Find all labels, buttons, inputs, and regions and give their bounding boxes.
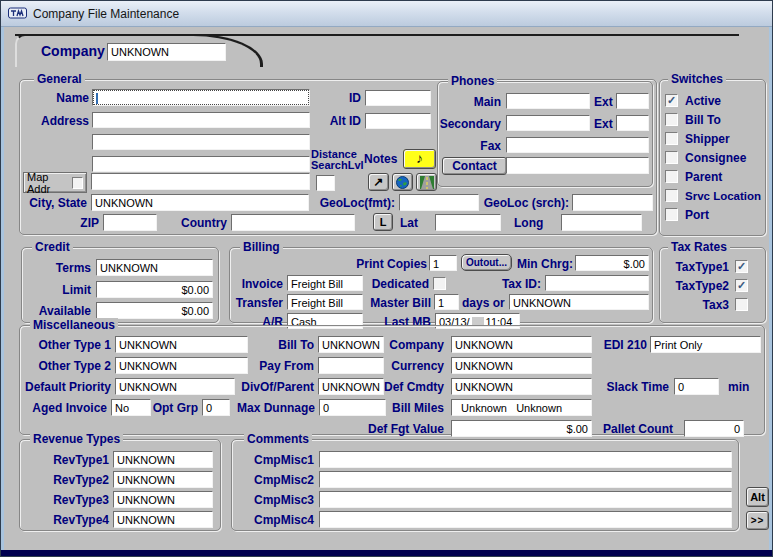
available-label: Available xyxy=(25,305,91,318)
address-line2-input[interactable] xyxy=(92,134,310,150)
output-button[interactable]: Outout... xyxy=(461,254,512,271)
more-button[interactable]: >> xyxy=(746,511,769,530)
alt-button[interactable]: Alt xyxy=(746,487,769,507)
transfer-input[interactable]: Freight Bill xyxy=(287,294,363,310)
cmpmisc3-input[interactable] xyxy=(319,491,732,508)
limit-input[interactable]: $0.00 xyxy=(96,281,213,298)
notes-label: Notes xyxy=(364,153,397,166)
id-input[interactable] xyxy=(365,90,431,106)
phone-secondary-ext-input[interactable] xyxy=(616,115,649,131)
taxtype1-checkbox[interactable]: ✓ xyxy=(735,260,748,273)
notes-button[interactable]: ♪ xyxy=(403,149,436,169)
phone-secondary-input[interactable] xyxy=(506,115,590,131)
cmpmisc4-input[interactable] xyxy=(319,511,732,528)
other-type1-input[interactable]: UNKNOWN xyxy=(115,336,248,353)
address-line3-input[interactable] xyxy=(92,156,310,172)
billing-group-title: Billing xyxy=(240,240,283,255)
max-dunnage-label: Max Dunnage xyxy=(237,402,314,415)
default-priority-input[interactable]: UNKNOWN xyxy=(115,378,235,395)
locate-button[interactable]: L xyxy=(373,213,393,231)
invoice-input[interactable]: Freight Bill xyxy=(287,275,363,291)
terms-label: Terms xyxy=(25,262,91,275)
def-fgt-value-input[interactable]: $.00 xyxy=(451,420,592,437)
currency-input[interactable]: UNKNOWN xyxy=(451,357,592,374)
slack-time-unit-label: min xyxy=(728,381,749,394)
revtype3-input[interactable]: UNKNOWN xyxy=(113,491,213,508)
switch-srvc-location-label: Srvc Location xyxy=(685,190,761,203)
switch-shipper-checkbox[interactable] xyxy=(665,132,678,145)
general-group-title: General xyxy=(34,72,85,87)
revtype4-input[interactable]: UNKNOWN xyxy=(113,511,213,528)
globe-icon xyxy=(396,176,409,189)
misc-bill-to-input[interactable]: UNKNOWN xyxy=(318,336,384,353)
distance-searchlvl-input[interactable] xyxy=(316,175,335,191)
slack-time-label: Slack Time xyxy=(597,381,669,394)
bill-miles-input[interactable]: Unknown Unknown xyxy=(451,399,592,416)
opt-grp-input[interactable]: 0 xyxy=(202,399,230,416)
geoloc-srch-input[interactable] xyxy=(572,194,653,211)
cmpmisc3-label: CmpMisc3 xyxy=(249,494,314,507)
other-type2-input[interactable]: UNKNOWN xyxy=(115,357,248,374)
available-input[interactable]: $0.00 xyxy=(96,302,213,319)
contact-button[interactable]: Contact xyxy=(442,157,507,175)
fax-input[interactable] xyxy=(506,137,649,153)
min-chrg-input[interactable]: $.00 xyxy=(575,255,649,271)
switch-parent-checkbox[interactable] xyxy=(665,170,678,183)
lat-input[interactable] xyxy=(435,214,501,231)
max-dunnage-input[interactable]: 0 xyxy=(319,399,386,416)
zip-input[interactable] xyxy=(103,214,157,231)
revtype1-input[interactable]: UNKNOWN xyxy=(113,451,213,468)
name-input[interactable] xyxy=(92,89,310,106)
tax-id-input[interactable] xyxy=(545,275,649,291)
dedicated-checkbox[interactable] xyxy=(433,277,446,290)
tax-id-label: Tax ID: xyxy=(499,278,541,291)
geoloc-fmt-input[interactable] xyxy=(399,194,479,211)
tax3-checkbox[interactable] xyxy=(735,298,748,311)
phones-group-title: Phones xyxy=(448,74,497,89)
map-addr-checkbox[interactable] xyxy=(72,177,83,189)
cmpmisc2-input[interactable] xyxy=(319,471,732,488)
divof-parent-input[interactable]: UNKNOWN xyxy=(318,378,384,395)
divof-parent-label: DivOf/Parent xyxy=(233,381,314,394)
contact-input[interactable] xyxy=(506,157,649,174)
globe-button[interactable] xyxy=(392,173,413,191)
pay-from-input[interactable] xyxy=(318,357,384,374)
road-button[interactable] xyxy=(416,173,437,191)
phone-main-input[interactable] xyxy=(506,93,590,109)
map-addr-input[interactable] xyxy=(91,173,310,190)
def-cmdty-input[interactable]: UNKNOWN xyxy=(451,378,592,395)
misc-company-input[interactable]: UNKNOWN xyxy=(451,336,592,353)
default-priority-label: Default Priority xyxy=(13,381,111,394)
slack-time-input[interactable]: 0 xyxy=(674,378,719,395)
switch-bill-to-checkbox[interactable] xyxy=(665,113,678,126)
print-copies-input[interactable]: 1 xyxy=(429,255,457,271)
long-input[interactable] xyxy=(561,214,642,231)
switch-active-checkbox[interactable]: ✓ xyxy=(665,94,678,107)
pallet-count-input[interactable]: 0 xyxy=(684,420,744,437)
country-input[interactable] xyxy=(231,214,355,231)
switch-srvc-location-checkbox[interactable] xyxy=(665,189,678,202)
taxtype2-checkbox[interactable]: ✓ xyxy=(735,279,748,292)
switches-group-title: Switches xyxy=(668,72,726,87)
city-state-input[interactable]: UNKNOWN xyxy=(91,194,309,211)
pointer-arrow-icon: ↗ xyxy=(373,176,383,188)
pointer-button[interactable]: ↗ xyxy=(368,173,389,191)
aged-invoice-input[interactable]: No xyxy=(111,399,151,416)
alt-id-input[interactable] xyxy=(365,113,431,129)
revenue-types-group-title: Revenue Types xyxy=(30,432,123,447)
address-line1-input[interactable] xyxy=(92,112,310,128)
days-or-input[interactable]: UNKNOWN xyxy=(509,294,649,310)
revtype1-label: RevType1 xyxy=(39,454,109,467)
company-input[interactable]: UNKNOWN xyxy=(107,43,226,61)
cmpmisc1-input[interactable] xyxy=(319,451,732,468)
edi210-input[interactable]: Print Only xyxy=(650,336,761,353)
master-bill-input[interactable]: 1 xyxy=(434,294,459,310)
revtype2-input[interactable]: UNKNOWN xyxy=(113,471,213,488)
phone-main-ext-input[interactable] xyxy=(616,93,649,109)
map-addr-toggle[interactable]: Map Addr xyxy=(23,172,87,193)
terms-input[interactable]: UNKNOWN xyxy=(96,259,213,276)
switch-consignee-checkbox[interactable] xyxy=(665,151,678,164)
switch-port-label: Port xyxy=(685,209,709,222)
map-addr-label: Map Addr xyxy=(27,171,69,195)
switch-port-checkbox[interactable] xyxy=(665,208,678,221)
